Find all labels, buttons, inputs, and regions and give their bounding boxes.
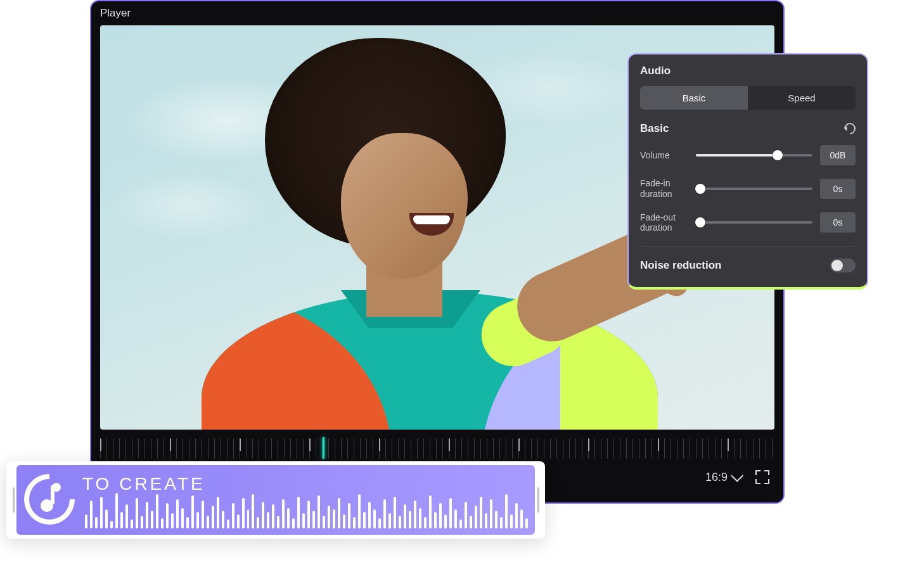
aspect-ratio-value: 16:9 [705, 471, 728, 484]
player-title: Player [100, 7, 131, 20]
fade-out-slider[interactable] [696, 221, 812, 224]
wave-bar [338, 498, 340, 528]
slider-knob[interactable] [773, 150, 783, 160]
divider [640, 246, 856, 246]
wave-bar [343, 514, 345, 528]
wave-bar [100, 497, 103, 528]
playhead[interactable] [323, 437, 324, 459]
wave-bar [515, 503, 518, 528]
wave-bar [475, 506, 477, 528]
wave-bar [373, 509, 376, 528]
wave-bar [358, 494, 361, 528]
audio-panel: Audio Basic Speed Basic Volume 0dB Fade-… [627, 53, 868, 290]
noise-reduction-label: Noise reduction [640, 258, 721, 273]
fade-in-label: Fade-in duration [640, 178, 688, 200]
wave-bar [110, 521, 113, 528]
wave-bar [297, 497, 300, 528]
wave-bar [282, 499, 285, 528]
tab-speed[interactable]: Speed [748, 86, 856, 110]
reset-icon[interactable] [842, 120, 857, 136]
wave-bar [470, 516, 472, 528]
fade-in-row: Fade-in duration 0s [640, 178, 856, 200]
wave-bar [378, 518, 381, 528]
wave-bar [333, 509, 335, 528]
wave-bar [242, 498, 245, 528]
wave-bar [212, 506, 214, 528]
wave-bar [95, 517, 98, 528]
wave-bar [312, 511, 315, 528]
clip-title: TO CREATE [82, 474, 205, 494]
wave-bar [262, 502, 264, 528]
fade-in-value[interactable]: 0s [820, 179, 856, 199]
audio-tabs: Basic Speed [640, 86, 856, 110]
clip-body[interactable]: TO CREATE [16, 465, 535, 535]
wave-bar [363, 512, 366, 528]
wave-bar [388, 513, 391, 528]
audio-clip[interactable]: TO CREATE [6, 461, 545, 539]
clip-handle-right[interactable] [535, 465, 541, 535]
wave-bar [232, 503, 234, 528]
wave-bar [404, 504, 406, 528]
wave-bar [292, 518, 295, 528]
wave-bar [131, 520, 133, 528]
fade-in-slider[interactable] [696, 188, 812, 190]
audio-panel-title: Audio [640, 65, 856, 77]
wave-bar [146, 502, 148, 528]
slider-fill [696, 154, 778, 157]
wave-bar [409, 511, 411, 528]
wave-bar [257, 517, 259, 528]
wave-bar [424, 517, 427, 528]
fade-out-row: Fade-out duration 0s [640, 212, 856, 234]
volume-value[interactable]: 0dB [820, 145, 856, 165]
wave-bar [277, 516, 279, 528]
chevron-down-icon [731, 470, 743, 482]
wave-bar [510, 514, 513, 528]
wave-bar [328, 506, 330, 528]
wave-bar [465, 502, 467, 528]
wave-bar [120, 512, 123, 528]
noise-reduction-toggle[interactable] [830, 259, 856, 272]
fade-out-label: Fade-out duration [640, 212, 688, 234]
wave-bar [353, 517, 356, 528]
wave-bar [191, 495, 194, 528]
wave-bar [348, 503, 350, 528]
fade-out-value[interactable]: 0s [820, 212, 856, 233]
aspect-ratio-selector[interactable]: 16:9 [705, 471, 740, 484]
wave-bar [156, 494, 158, 528]
wave-bar [287, 508, 290, 528]
wave-bar [171, 513, 174, 528]
fullscreen-icon[interactable] [755, 470, 769, 484]
wave-bar [217, 497, 219, 528]
wave-bar [485, 513, 487, 528]
wave-bar [520, 509, 523, 528]
wave-bar [252, 494, 254, 528]
wave-bar [196, 512, 199, 528]
wave-bar [505, 494, 508, 528]
wave-bar [272, 504, 274, 528]
wave-bar [394, 497, 396, 528]
volume-label: Volume [640, 150, 688, 161]
wave-bar [414, 501, 416, 528]
wave-bar [459, 520, 462, 528]
slider-knob[interactable] [695, 217, 705, 227]
wave-bar [222, 511, 224, 528]
player-titlebar: Player [91, 1, 783, 25]
wave-bar [434, 512, 437, 528]
wave-bar [444, 514, 447, 528]
volume-slider[interactable] [696, 154, 812, 157]
timeline-ruler[interactable] [100, 438, 774, 459]
tab-basic[interactable]: Basic [640, 86, 748, 110]
wave-bar [383, 499, 386, 528]
wave-bar [90, 501, 93, 528]
wave-bar [125, 504, 128, 528]
volume-row: Volume 0dB [640, 145, 856, 165]
wave-bar [267, 512, 269, 528]
waveform [85, 493, 527, 528]
wave-bar [237, 514, 240, 528]
sky-cloud [106, 171, 271, 241]
clip-handle-left[interactable] [10, 465, 16, 535]
subject-face [341, 133, 468, 279]
wave-bar [318, 495, 320, 528]
wave-bar [181, 508, 184, 528]
slider-knob[interactable] [695, 184, 705, 194]
